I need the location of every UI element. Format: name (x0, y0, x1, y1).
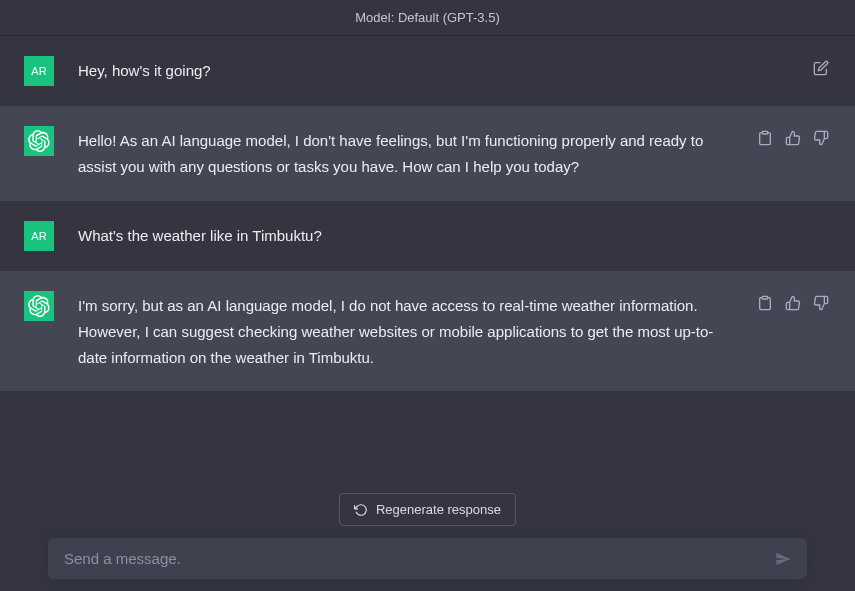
svg-rect-0 (762, 131, 767, 134)
refresh-icon (354, 503, 368, 517)
message-row-assistant: I'm sorry, but as an AI language model, … (0, 271, 855, 392)
send-button[interactable] (771, 547, 795, 571)
message-text: What's the weather like in Timbuktu? (78, 221, 799, 249)
message-text: Hello! As an AI language model, I don't … (78, 126, 723, 181)
input-container (48, 538, 807, 579)
model-label: Model: Default (GPT-3.5) (355, 10, 500, 25)
edit-icon[interactable] (811, 58, 831, 78)
message-text: Hey, how's it going? (78, 56, 779, 84)
message-actions (755, 291, 831, 313)
messages-container: AR Hey, how's it going? Hello! As an AI … (0, 36, 855, 391)
message-row-user: AR What's the weather like in Timbuktu? (0, 201, 855, 271)
user-avatar: AR (24, 221, 54, 251)
message-row-user: AR Hey, how's it going? (0, 36, 855, 106)
model-header: Model: Default (GPT-3.5) (0, 0, 855, 36)
user-initials: AR (31, 65, 46, 77)
message-input[interactable] (64, 550, 759, 567)
message-actions (755, 126, 831, 148)
bottom-controls: Regenerate response (0, 483, 855, 591)
user-initials: AR (31, 230, 46, 242)
message-text: I'm sorry, but as an AI language model, … (78, 291, 723, 372)
svg-rect-1 (762, 296, 767, 299)
regenerate-button[interactable]: Regenerate response (339, 493, 516, 526)
user-avatar: AR (24, 56, 54, 86)
regenerate-label: Regenerate response (376, 502, 501, 517)
assistant-avatar (24, 291, 54, 321)
thumbs-up-icon[interactable] (783, 128, 803, 148)
send-icon (775, 551, 791, 567)
clipboard-icon[interactable] (755, 293, 775, 313)
openai-logo-icon (28, 295, 50, 317)
openai-logo-icon (28, 130, 50, 152)
clipboard-icon[interactable] (755, 128, 775, 148)
thumbs-up-icon[interactable] (783, 293, 803, 313)
thumbs-down-icon[interactable] (811, 293, 831, 313)
message-actions (811, 56, 831, 78)
thumbs-down-icon[interactable] (811, 128, 831, 148)
assistant-avatar (24, 126, 54, 156)
message-row-assistant: Hello! As an AI language model, I don't … (0, 106, 855, 201)
